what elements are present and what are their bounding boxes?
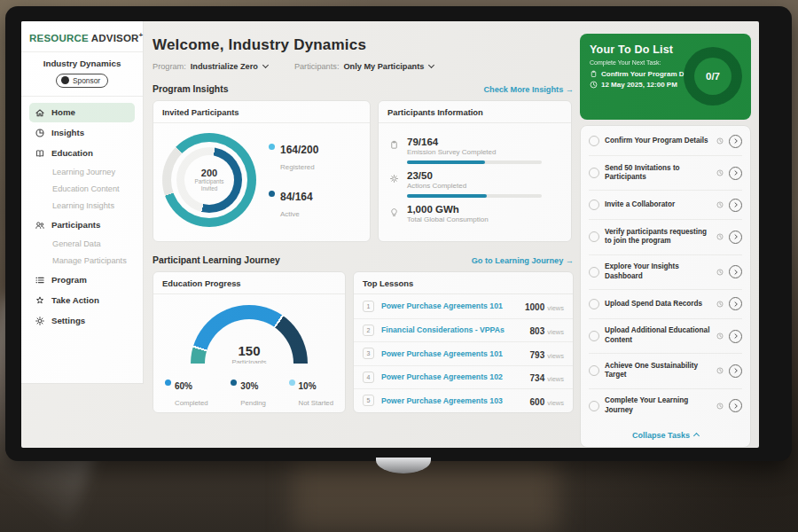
collapse-tasks-link[interactable]: Collapse Tasks xyxy=(589,423,742,443)
todo-go-button[interactable] xyxy=(729,399,742,412)
invited-donut-ring: 200 Participants Invited xyxy=(162,133,256,227)
stat-actions-completed: 23/50 Actions Completed xyxy=(389,170,560,198)
sidebar-item-settings[interactable]: Settings xyxy=(29,311,135,331)
todo-checkbox[interactable] xyxy=(589,299,599,309)
views-count: 1000 xyxy=(525,302,544,312)
todo-item: Confirm Your Program Details xyxy=(589,127,742,155)
stat-label: Emission Survey Completed xyxy=(407,148,542,156)
todo-item: Invite a Collaborator xyxy=(589,190,742,219)
sidebar-item-education[interactable]: Education xyxy=(29,144,135,163)
sidebar-item-general-data[interactable]: General Data xyxy=(29,236,135,253)
todo-go-button[interactable] xyxy=(729,135,742,148)
lesson-link[interactable]: Power Purchase Agreements 102 xyxy=(381,372,523,381)
filter-bar: Program:Industrialize Zero Participants:… xyxy=(153,62,580,71)
sidebar-item-education-content[interactable]: Education Content xyxy=(29,181,135,198)
views-suffix: views xyxy=(547,352,564,360)
monitor-bezel: RESOURCE ADVISOR+ Industry Dynamics Spon… xyxy=(5,6,792,461)
todo-go-button[interactable] xyxy=(729,265,742,278)
todo-checkbox[interactable] xyxy=(589,168,599,178)
stat-value: 23/50 xyxy=(407,170,542,181)
participants-filter[interactable]: Participants:Only My Participants xyxy=(294,62,434,71)
sidebar-item-program[interactable]: Program xyxy=(29,270,135,290)
stat-label: Actions Completed xyxy=(407,182,542,190)
clock-icon xyxy=(716,301,724,308)
stat-value: 1,000 GWh xyxy=(407,204,489,215)
todo-item-label: Verify participants requesting to join t… xyxy=(605,228,711,246)
sidebar-item-home[interactable]: Home xyxy=(29,103,135,122)
progress-fill xyxy=(407,194,487,198)
chevron-down-icon xyxy=(428,62,434,68)
todo-item: Upload Spend Data Records xyxy=(589,289,742,318)
program-filter[interactable]: Program:Industrialize Zero xyxy=(153,62,268,71)
learning-journey-title: Participant Learning Journey xyxy=(153,255,280,265)
todo-checkbox[interactable] xyxy=(589,365,599,376)
sidebar-item-take-action[interactable]: Take Action xyxy=(29,291,135,310)
todo-item-label: Achieve One Sustainability Target xyxy=(605,362,711,380)
todo-go-button[interactable] xyxy=(729,231,742,244)
check-more-insights-link[interactable]: Check More Insights → xyxy=(483,85,574,94)
todo-item: Complete Your Learning Journey xyxy=(589,388,742,423)
sidebar-item-label: Insights xyxy=(51,128,84,137)
sidebar-nav: Home Insights Education Learning Journey… xyxy=(29,103,135,331)
todo-item-label: Confirm Your Program Details xyxy=(605,137,711,146)
clock-icon xyxy=(716,137,724,145)
link-label: Check More Insights xyxy=(483,85,563,94)
todo-go-button[interactable] xyxy=(729,297,742,310)
sidebar-item-manage-participants[interactable]: Manage Participants xyxy=(29,253,135,270)
lesson-link[interactable]: Power Purchase Agreements 103 xyxy=(381,396,523,405)
chevron-right-icon xyxy=(732,367,739,374)
todo-checkbox[interactable] xyxy=(589,401,599,411)
sidebar-item-insights[interactable]: Insights xyxy=(29,123,135,143)
stat-emission-survey: 79/164 Emission Survey Completed xyxy=(389,137,560,164)
clock-icon xyxy=(590,81,598,89)
todo-checkbox[interactable] xyxy=(589,331,599,341)
todo-go-button[interactable] xyxy=(729,330,742,343)
stat-global-consumption: 1,000 GWh Total Global Consumption xyxy=(389,204,560,223)
lesson-link[interactable]: Power Purchase Agreements 101 xyxy=(381,301,518,310)
sidebar-item-label: Home xyxy=(51,107,75,117)
lesson-rank: 5 xyxy=(363,395,374,406)
sponsor-badge-label: Sponsor xyxy=(73,76,100,85)
link-label: Go to Learning Journey xyxy=(472,256,564,265)
todo-checkbox[interactable] xyxy=(589,200,599,210)
sidebar-item-label: Settings xyxy=(51,316,85,325)
sidebar-item-learning-insights[interactable]: Learning Insights xyxy=(29,198,135,215)
chevron-down-icon xyxy=(262,62,269,68)
sidebar-item-label: Education xyxy=(51,148,93,158)
lesson-link[interactable]: Power Purchase Agreements 101 xyxy=(381,349,523,358)
clipboard-icon xyxy=(389,140,399,150)
todo-go-button[interactable] xyxy=(729,167,742,180)
insights-icon xyxy=(35,128,45,138)
clock-icon xyxy=(716,169,724,176)
lesson-link[interactable]: Financial Considerations - VPPAs xyxy=(381,325,523,334)
todo-item: Verify participants requesting to join t… xyxy=(589,219,742,254)
lesson-row: 2 Financial Considerations - VPPAs 803vi… xyxy=(354,318,573,342)
divider xyxy=(21,96,143,97)
chevron-right-icon xyxy=(732,233,739,240)
todo-summary-card: Your To Do List Complete Your Next Task:… xyxy=(580,34,751,120)
lesson-rank: 2 xyxy=(363,325,374,336)
invited-count-label: Participants Invited xyxy=(190,178,229,192)
education-gauge-wrap: 150 Participants xyxy=(191,305,308,364)
clock-icon xyxy=(716,201,724,208)
legend-value: 30% xyxy=(240,381,258,391)
todo-checkbox[interactable] xyxy=(589,231,599,242)
todo-progress-ring: 0/7 xyxy=(684,47,742,106)
sidebar-item-learning-journey[interactable]: Learning Journey xyxy=(29,164,135,181)
sidebar-item-label: Program xyxy=(51,275,87,285)
todo-checkbox[interactable] xyxy=(589,136,599,146)
legend-dot-registered xyxy=(269,144,275,150)
todo-checkbox[interactable] xyxy=(589,267,599,278)
go-to-learning-journey-link[interactable]: Go to Learning Journey → xyxy=(472,256,574,265)
gear-icon xyxy=(35,316,45,326)
dashboard-screen: RESOURCE ADVISOR+ Industry Dynamics Spon… xyxy=(21,21,759,448)
legend-value: 60% xyxy=(175,381,192,391)
todo-panel: Your To Do List Complete Your Next Task:… xyxy=(580,34,751,448)
education-card-title: Education Progress xyxy=(153,272,345,294)
participants-filter-value: Only My Participants xyxy=(343,62,424,71)
legend-dot-not-started xyxy=(289,379,295,386)
todo-go-button[interactable] xyxy=(729,199,742,212)
sidebar-item-participants[interactable]: Participants xyxy=(29,215,135,235)
logo-part-advisor: ADVISOR xyxy=(91,33,139,43)
todo-go-button[interactable] xyxy=(729,364,742,378)
